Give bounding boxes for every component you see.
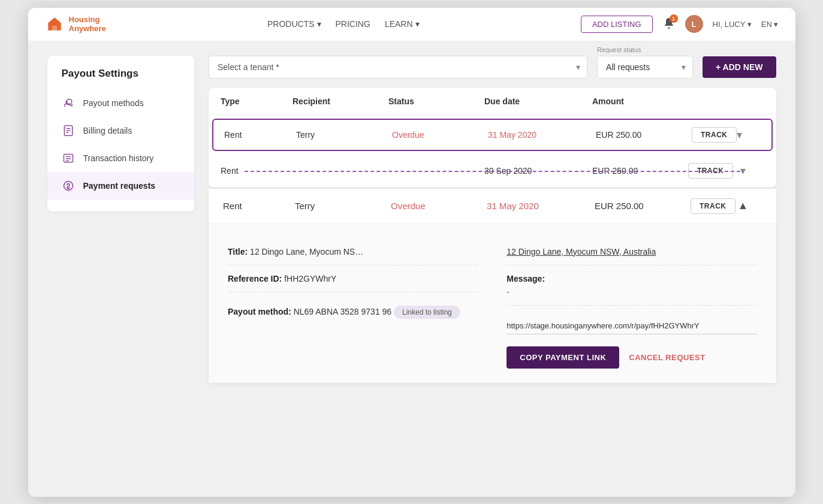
title-row: Title: 12 Dingo Lane, Myocum NS…	[228, 239, 478, 265]
nav-learn[interactable]: LEARN ▾	[385, 19, 420, 29]
message-label: Message:	[507, 274, 756, 283]
col-type: Type	[221, 96, 293, 106]
title-label: Title:	[228, 247, 248, 256]
top-navigation: Housing Anywhere PRODUCTS ▾ PRICING LEAR…	[28, 8, 795, 41]
linked-to-listing-badge: Linked to listing	[394, 306, 460, 319]
logo-icon	[45, 14, 64, 34]
payout-label: Payout method:	[228, 307, 291, 316]
copy-payment-link-button[interactable]: COPY PAYMENT LINK	[507, 346, 619, 369]
piggy-icon	[62, 96, 75, 110]
title-link[interactable]: 12 Dingo Lane, Myocum NSW, Australia	[507, 247, 656, 256]
row-amount: EUR 250.00	[596, 130, 692, 140]
col-due-date: Due date	[484, 96, 592, 106]
notification-badge: 1	[670, 14, 678, 23]
add-new-button[interactable]: + ADD NEW	[703, 56, 776, 78]
expanded-recipient: Terry	[295, 201, 391, 211]
receipt-icon	[62, 124, 75, 137]
language-selector[interactable]: EN ▾	[761, 20, 779, 29]
expanded-due-date: 31 May 2020	[487, 201, 595, 211]
title-link-row: 12 Dingo Lane, Myocum NSW, Australia	[507, 239, 756, 265]
expanded-amount: EUR 250.00	[595, 201, 691, 211]
status-filter-wrapper: Request status All requests ▾	[597, 56, 693, 79]
nav-right: ADD LISTING 1 L HI, LUCY ▾ EN ▾	[581, 15, 779, 33]
row-due-date: 31 May 2020	[488, 130, 596, 140]
svg-rect-0	[52, 26, 56, 31]
track-button[interactable]: TRACK	[691, 198, 735, 214]
user-name[interactable]: HI, LUCY ▾	[713, 20, 752, 29]
row-recipient: -	[293, 166, 388, 176]
expanded-type: Rent	[223, 201, 295, 211]
status-filter-label: Request status	[597, 46, 641, 53]
col-action	[688, 96, 740, 106]
right-panel: Select a tenant * ▾ Request status All r…	[209, 56, 776, 482]
col-status: Status	[388, 96, 484, 106]
track-btn-wrapper: TRACK	[688, 163, 740, 179]
row-type: Rent	[221, 166, 293, 176]
payout-value: NL69 ABNA 3528 9731 96	[294, 307, 391, 316]
detail-left: Title: 12 Dingo Lane, Myocum NS… Referen…	[228, 239, 478, 369]
logo-text: Housing Anywhere	[69, 15, 106, 33]
col-amount: Amount	[592, 96, 688, 106]
ref-row: Reference ID: fHH2GYWhrY	[228, 265, 478, 292]
payout-row: Payout method: NL69 ABNA 3528 9731 96 Li…	[228, 292, 478, 327]
payment-table: Type Recipient Status Due date Amount Re…	[209, 88, 776, 188]
expand-icon[interactable]: ▾	[737, 128, 761, 141]
sidebar-item-label: Transaction history	[83, 153, 154, 163]
track-button[interactable]: TRACK	[692, 127, 737, 143]
status-select[interactable]: All requests	[597, 56, 693, 79]
sidebar-item-transaction-history[interactable]: Transaction history	[47, 144, 195, 172]
logo[interactable]: Housing Anywhere	[45, 14, 106, 34]
tenant-select[interactable]: Select a tenant *	[209, 56, 587, 79]
payment-link-input[interactable]	[507, 318, 756, 334]
table-row: Rent - 30 Sep 2020 EUR 250.00 TRACK ▾	[209, 155, 776, 188]
chevron-down-icon: ▾	[317, 19, 321, 29]
expanded-row: Rent Terry Overdue 31 May 2020 EUR 250.0…	[209, 189, 776, 383]
message-section: Message: -	[507, 265, 756, 306]
row-amount: EUR 250.00	[592, 166, 688, 176]
nav-products[interactable]: PRODUCTS ▾	[267, 19, 321, 29]
sidebar-item-label: Billing details	[83, 126, 132, 135]
add-listing-button[interactable]: ADD LISTING	[581, 16, 653, 33]
cancel-request-button[interactable]: CANCEL REQUEST	[629, 353, 705, 362]
nav-center: PRODUCTS ▾ PRICING LEARN ▾	[125, 19, 562, 29]
filter-row: Select a tenant * ▾ Request status All r…	[209, 56, 776, 88]
sidebar-item-payout-methods[interactable]: Payout methods	[47, 89, 195, 117]
expand-icon[interactable]: ▾	[740, 164, 764, 177]
col-recipient: Recipient	[293, 96, 388, 106]
notification-icon[interactable]: 1	[662, 17, 676, 32]
table-row: Rent Terry Overdue 31 May 2020 EUR 250.0…	[212, 119, 773, 151]
expanded-track-wrapper: TRACK	[691, 198, 738, 214]
tenant-select-wrapper: Select a tenant * ▾	[209, 56, 587, 79]
sidebar-item-label: Payment requests	[83, 181, 156, 191]
col-expand	[740, 96, 764, 106]
nav-pricing[interactable]: PRICING	[336, 19, 370, 29]
title-value: 12 Dingo Lane, Myocum NS…	[250, 247, 363, 256]
chevron-down-icon: ▾	[415, 19, 420, 29]
ref-label: Reference ID:	[228, 274, 282, 283]
track-btn-wrapper: TRACK	[692, 127, 737, 143]
expanded-status: Overdue	[391, 201, 487, 211]
detail-right: 12 Dingo Lane, Myocum NSW, Australia Mes…	[507, 239, 756, 369]
table-header: Type Recipient Status Due date Amount	[209, 88, 776, 115]
payment-icon	[62, 179, 75, 192]
sidebar: Payout Settings Payout methods Billing d…	[47, 56, 195, 212]
collapse-icon[interactable]: ▲	[738, 200, 762, 212]
row-status: Overdue	[392, 130, 488, 140]
row-type: Rent	[224, 130, 296, 140]
expanded-row-header: Rent Terry Overdue 31 May 2020 EUR 250.0…	[209, 189, 776, 224]
sidebar-title: Payout Settings	[47, 68, 195, 89]
track-button[interactable]: TRACK	[688, 163, 733, 179]
message-value: -	[507, 287, 756, 297]
main-area: Payout Settings Payout methods Billing d…	[28, 41, 795, 497]
sidebar-item-billing-details[interactable]: Billing details	[47, 117, 195, 144]
row-recipient: Terry	[296, 130, 392, 140]
sidebar-item-label: Payout methods	[83, 98, 144, 108]
user-avatar: L	[685, 15, 703, 33]
row-due-date: 30 Sep 2020	[484, 166, 592, 176]
list-icon	[62, 152, 75, 165]
payment-link-row	[507, 306, 756, 334]
action-buttons: COPY PAYMENT LINK CANCEL REQUEST	[507, 346, 756, 369]
sidebar-item-payment-requests[interactable]: Payment requests	[47, 172, 195, 200]
expanded-row-body: Title: 12 Dingo Lane, Myocum NS… Referen…	[209, 224, 776, 383]
ref-value: fHH2GYWhrY	[284, 274, 336, 283]
